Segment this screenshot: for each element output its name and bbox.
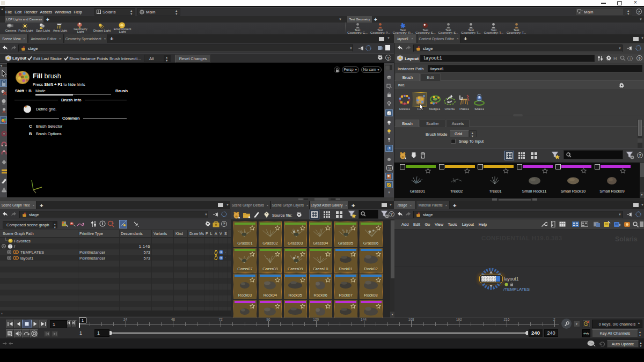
svg-text:S: S	[389, 166, 391, 170]
